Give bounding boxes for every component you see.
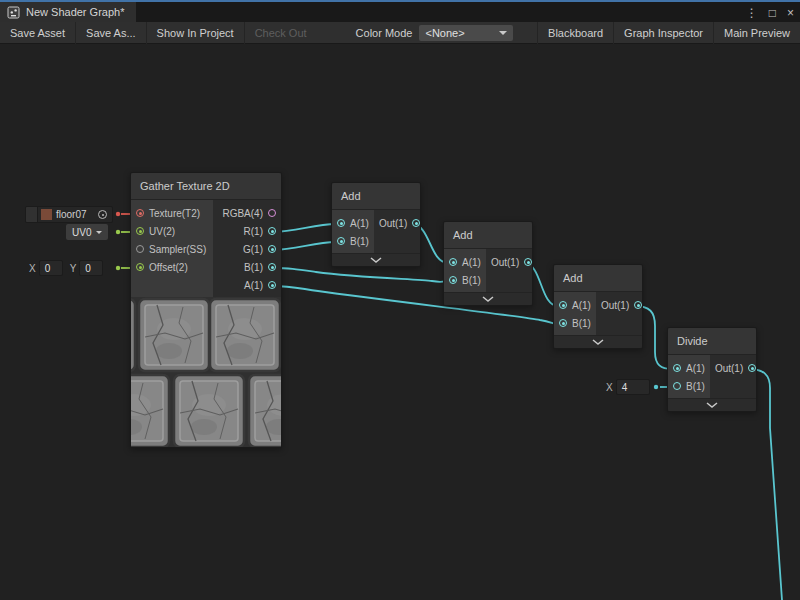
port-offset[interactable] (136, 263, 144, 271)
graph-inspector-button[interactable]: Graph Inspector (613, 22, 713, 44)
port-b[interactable] (337, 237, 345, 245)
collapse-bar[interactable] (444, 292, 532, 305)
port-a[interactable] (337, 219, 345, 227)
collapse-bar[interactable] (554, 335, 642, 348)
node-gather-texture-2d[interactable]: Gather Texture 2D Texture(T2) UV(2) Samp… (130, 172, 282, 448)
node-title[interactable]: Add (444, 222, 532, 249)
node-title[interactable]: Add (332, 183, 420, 210)
maximize-icon[interactable]: □ (769, 4, 776, 22)
offset-y-field[interactable]: 0 (79, 260, 103, 276)
port-b[interactable] (559, 319, 567, 327)
node-divide[interactable]: Divide A(1) B(1) Out(1) (667, 327, 757, 412)
port-out[interactable] (634, 301, 642, 309)
save-as-button[interactable]: Save As... (76, 22, 147, 44)
port-label: A(1) (244, 280, 263, 291)
dropdown-arrow-icon (96, 231, 102, 234)
save-asset-button[interactable]: Save Asset (0, 22, 76, 44)
toolbar: Save Asset Save As... Show In Project Ch… (0, 22, 800, 44)
port-g[interactable] (268, 245, 276, 253)
port-label: B(1) (350, 236, 369, 247)
port-row: A(1) (332, 214, 374, 232)
divide-b-field[interactable]: 4 (616, 379, 650, 395)
tab-new-shader-graph[interactable]: New Shader Graph* (0, 2, 136, 22)
port-row: A(1) (668, 359, 710, 377)
node-title[interactable]: Add (554, 265, 642, 292)
tab-bar: New Shader Graph* ⋮ □ × (0, 0, 800, 22)
node-add-1[interactable]: Add A(1) B(1) Out(1) (331, 182, 421, 267)
port-sampler[interactable] (136, 245, 144, 253)
port-row: UV(2) (131, 222, 213, 240)
window-controls: ⋮ □ × (746, 4, 794, 22)
port-out[interactable] (524, 258, 532, 266)
port-row: B(1) (444, 271, 486, 289)
port-row: Out(1) (596, 296, 647, 314)
node-body: Texture(T2) UV(2) Sampler(SS) Offset(2) … (131, 200, 281, 297)
port-texture[interactable] (136, 209, 144, 217)
collapse-bar[interactable] (668, 398, 756, 411)
divide-b-widget: X 4 (606, 379, 650, 395)
port-a[interactable] (449, 258, 457, 266)
blackboard-button[interactable]: Blackboard (537, 22, 613, 44)
output-ports: Out(1) (486, 249, 537, 292)
node-add-3[interactable]: Add A(1) B(1) Out(1) (553, 264, 643, 349)
node-add-2[interactable]: Add A(1) B(1) Out(1) (443, 221, 533, 306)
port-a[interactable] (559, 301, 567, 309)
texture-object-field[interactable]: floor07 (25, 206, 113, 223)
port-label: A(1) (462, 257, 481, 268)
port-row: A(1) (444, 253, 486, 271)
port-row: Out(1) (710, 359, 761, 377)
node-title[interactable]: Divide (668, 328, 756, 355)
node-body: A(1) B(1) Out(1) (332, 210, 420, 253)
port-label: G(1) (243, 244, 263, 255)
object-picker-icon[interactable] (98, 210, 107, 219)
texture-preview (131, 297, 281, 447)
port-label: RGBA(4) (222, 208, 263, 219)
port-rgba[interactable] (268, 209, 276, 217)
port-b[interactable] (673, 382, 681, 390)
wire-layer (0, 0, 800, 600)
wire-b-to-add2-b[interactable] (272, 268, 448, 282)
chevron-down-icon (482, 296, 494, 302)
port-b[interactable] (449, 276, 457, 284)
port-b[interactable] (268, 263, 276, 271)
port-out[interactable] (748, 364, 756, 372)
dropdown-arrow-icon (499, 31, 507, 35)
collapse-bar[interactable] (332, 253, 420, 266)
chevron-down-icon (592, 339, 604, 345)
port-label: B(1) (244, 262, 263, 273)
port-uv[interactable] (136, 227, 144, 235)
texture-name: floor07 (56, 209, 87, 220)
node-body: A(1) B(1) Out(1) (554, 292, 642, 335)
show-in-project-button[interactable]: Show In Project (147, 22, 245, 44)
shader-graph-icon (7, 6, 20, 19)
port-row: Out(1) (486, 253, 537, 271)
tab-title: New Shader Graph* (26, 6, 124, 18)
window-menu-icon[interactable]: ⋮ (746, 4, 758, 22)
main-preview-button[interactable]: Main Preview (713, 22, 800, 44)
port-row: Texture(T2) (131, 204, 213, 222)
color-mode-label: Color Mode (349, 27, 420, 39)
offset-x-field[interactable]: 0 (39, 260, 63, 276)
uv-wire-dot (116, 230, 120, 234)
uv-channel-dropdown[interactable]: UV0 (66, 224, 108, 240)
close-icon[interactable]: × (787, 4, 794, 22)
port-r[interactable] (268, 227, 276, 235)
port-row: Offset(2) (131, 258, 213, 276)
uv-channel-widget: UV0 (66, 224, 108, 240)
input-ports: A(1) B(1) (554, 292, 596, 335)
offset-y-label: Y (70, 263, 77, 274)
port-row: A(1) (213, 276, 281, 294)
port-label: A(1) (350, 218, 369, 229)
port-a[interactable] (673, 364, 681, 372)
input-ports: A(1) B(1) (444, 249, 486, 292)
port-label: Out(1) (491, 257, 519, 268)
texture-wire-dot (116, 212, 120, 216)
color-mode-dropdown[interactable]: <None> (419, 25, 513, 41)
port-a[interactable] (268, 281, 276, 289)
node-title[interactable]: Gather Texture 2D (131, 173, 281, 200)
chevron-down-icon (370, 257, 382, 263)
offset-vector-widget: X 0 Y 0 (29, 260, 103, 276)
port-row: B(1) (554, 314, 596, 332)
port-out[interactable] (412, 219, 420, 227)
port-label: A(1) (686, 363, 705, 374)
